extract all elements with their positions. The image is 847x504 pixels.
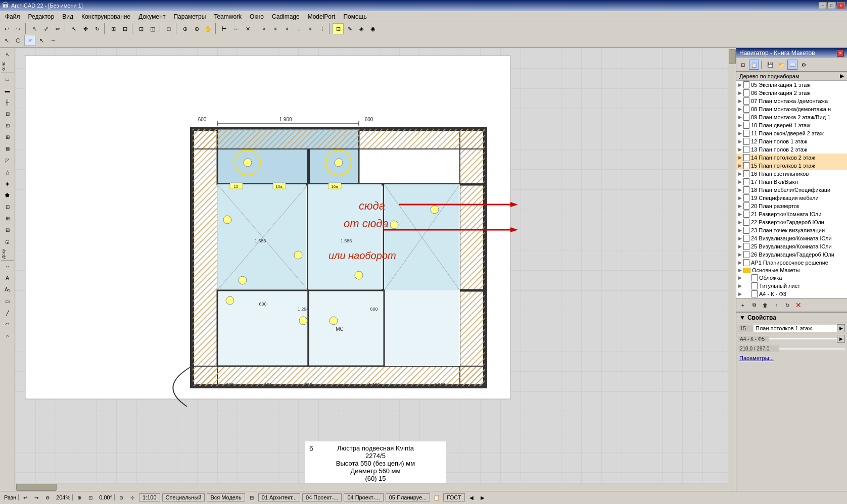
tb-grid[interactable]: ⊞ <box>108 23 119 34</box>
tb-rect[interactable]: □ <box>163 23 174 34</box>
status-angle-btn[interactable]: ⊙ <box>117 493 126 502</box>
status-zoom-out[interactable]: ⊖ <box>43 493 52 502</box>
tree-item-a4kf3[interactable]: ▶А4 - К - Ф3 <box>736 290 847 298</box>
tb-zone[interactable]: ⊡ <box>2 201 13 213</box>
tb-right-arrow[interactable]: → <box>48 35 59 46</box>
tree-item-16[interactable]: ▶16 План светильников <box>736 170 847 178</box>
tb-zoom2[interactable]: ⊕ <box>191 23 202 34</box>
tb-text[interactable]: A <box>2 272 13 283</box>
tb-arrow-sel[interactable]: ↖ <box>1 35 12 46</box>
menu-params[interactable]: Параметры <box>169 12 210 21</box>
tree-item-08[interactable]: ▶08 План монтажа/демонтажа н <box>736 105 847 113</box>
tree-item-obl[interactable]: ▶Обложка <box>736 274 847 282</box>
tb-undo[interactable]: ↩ <box>1 23 12 34</box>
nav-refresh-button[interactable]: ↻ <box>782 300 792 310</box>
tree-item-07[interactable]: ▶07 План монтажа /демонтажа <box>736 97 847 105</box>
tree-item-14[interactable]: ▶14 План потолков 2 этаж <box>736 154 847 162</box>
navigator-close-button[interactable]: × <box>837 49 844 57</box>
tb-arrow[interactable]: ⤢ <box>40 23 52 34</box>
menu-cadimage[interactable]: Cadimage <box>268 12 304 21</box>
status-standard[interactable]: ГОСТ <box>443 493 464 501</box>
menu-construct[interactable]: Конструирование <box>77 12 134 21</box>
tb-arrow2[interactable]: ↖ <box>36 35 47 46</box>
tree-list[interactable]: ▶05 Экспликация 1 этаж▶06 Экспликация 2 … <box>736 81 847 298</box>
tree-item-18[interactable]: ▶18 План мебели/Спецификаци <box>736 186 847 194</box>
tb-stair[interactable]: ⊠ <box>2 143 13 155</box>
tb-snap5[interactable]: ⌖ <box>281 23 293 34</box>
tb-ramp[interactable]: ◸ <box>2 155 13 166</box>
prop-btn-1[interactable]: ▶ <box>837 324 845 332</box>
menu-document[interactable]: Документ <box>134 12 169 21</box>
menu-teamwork[interactable]: Teamwork <box>210 12 246 21</box>
nav-delete-button[interactable]: 🗑 <box>760 300 770 310</box>
tree-item-21[interactable]: ▶21 Развертки/Комната Юли <box>736 210 847 218</box>
tree-item-22[interactable]: ▶22 Развертки/Гардероб Юли <box>736 218 847 226</box>
nav-tb-book[interactable]: 📖 <box>787 60 797 70</box>
scrollbar-thumb-h[interactable] <box>16 484 57 491</box>
tb-snap1[interactable]: ⊡ <box>135 23 147 34</box>
tree-item-10[interactable]: ▶10 План дверей 1 этаж <box>736 121 847 129</box>
status-fit[interactable]: ⊡ <box>86 493 95 502</box>
status-model-icon[interactable]: ⊟ <box>247 493 256 502</box>
tb-snap4[interactable]: ⌖ <box>270 23 281 34</box>
tree-item-05[interactable]: ▶05 Экспликация 1 этаж <box>736 81 847 89</box>
tb-morph[interactable]: ◈ <box>2 178 13 189</box>
tree-item-23[interactable]: ▶23 План точек визуализации <box>736 226 847 234</box>
scrollbar-vertical[interactable] <box>728 48 736 491</box>
tb-arc[interactable]: ◠ <box>2 319 13 330</box>
tb-snap2[interactable]: ◫ <box>147 23 158 34</box>
tree-item-06[interactable]: ▶06 Экспликация 2 этаж <box>736 89 847 97</box>
close-button[interactable]: × <box>837 2 845 9</box>
nav-up-button[interactable]: ↑ <box>771 300 781 310</box>
nav-close-red[interactable]: ✕ <box>793 300 804 310</box>
status-undo[interactable]: ↩ <box>21 493 30 502</box>
canvas-area[interactable]: 1 900 600 600 15 10a 10a <box>15 48 736 491</box>
tb-poly-sel[interactable]: ⬡ <box>13 35 24 46</box>
nav-tb-open[interactable]: 📂 <box>776 60 786 70</box>
tree-item-11[interactable]: ▶11 План окон/дверей 2 этаж <box>736 129 847 137</box>
nav-copy-button[interactable]: ⧉ <box>749 300 759 310</box>
tb-measure[interactable]: ⊢ <box>219 23 230 34</box>
tree-item-osnov[interactable]: ▶Основные Макеты <box>736 267 847 274</box>
tb-hand[interactable]: ☞ <box>24 35 35 46</box>
tb-snap7[interactable]: ⌖ <box>305 23 316 34</box>
tb-roof[interactable]: △ <box>2 167 13 178</box>
status-bc4[interactable]: 05 Планируе... <box>386 493 431 501</box>
scrollbar-horizontal[interactable] <box>15 483 728 491</box>
menu-help[interactable]: Помощь <box>339 12 370 21</box>
status-arrow-right[interactable]: ▶ <box>478 493 487 502</box>
tb-slab[interactable]: ▬ <box>2 85 13 96</box>
tb-curtain[interactable]: ⊞ <box>2 213 13 224</box>
tree-item-tit[interactable]: ▶Титульный лист <box>736 282 847 290</box>
tb-select[interactable]: ↖ <box>29 23 40 34</box>
tb-column[interactable]: ╫ <box>2 97 13 108</box>
status-layout-icon[interactable]: 📋 <box>432 493 441 502</box>
status-model[interactable]: Вся Модель <box>207 493 245 501</box>
tree-item-19[interactable]: ▶19 Спецификация мебели <box>736 194 847 202</box>
menu-modelport[interactable]: ModelPort <box>304 12 340 21</box>
status-redo[interactable]: ↪ <box>32 493 41 502</box>
tree-item-AP1[interactable]: ▶АР1 Планировочное решение <box>736 259 847 267</box>
tree-item-09[interactable]: ▶09 План монтажа 2 этаж/Вид 1 <box>736 113 847 121</box>
tb-grid2[interactable]: ⊟ <box>119 23 130 34</box>
maximize-button[interactable]: □ <box>828 2 836 9</box>
nav-tb-settings[interactable]: ⚙ <box>798 60 809 70</box>
tb-snap6[interactable]: ⊹ <box>293 23 304 34</box>
tb-beam[interactable]: ⊟ <box>2 109 13 120</box>
status-bc1[interactable]: 01 Архитект... <box>258 493 300 501</box>
tree-item-12[interactable]: ▶12 План полов 1 этаж <box>736 137 847 145</box>
tb-pan[interactable]: ✋ <box>203 23 214 34</box>
tb-pen[interactable]: ◉ <box>367 23 379 34</box>
tb-wall[interactable]: □ <box>2 74 13 85</box>
tree-item-20[interactable]: ▶20 План разверток <box>736 202 847 210</box>
tree-item-25[interactable]: ▶25 Визуализация/Комната Юли <box>736 242 847 250</box>
tb-snap3[interactable]: ⌖ <box>258 23 269 34</box>
tb-highlight[interactable]: ⊡ <box>333 23 344 34</box>
tb-circle-tool[interactable]: ○ <box>2 330 13 341</box>
menu-window[interactable]: Окно <box>246 12 268 21</box>
tree-item-24[interactable]: ▶24 Визуализация/Комната Юли <box>736 234 847 242</box>
tb-zoom-in[interactable]: ⊕ <box>179 23 191 34</box>
nav-tb-save[interactable]: 💾 <box>765 60 775 70</box>
status-arrow-left[interactable]: ◀ <box>467 493 476 502</box>
tb-snap8[interactable]: ⊹ <box>316 23 327 34</box>
